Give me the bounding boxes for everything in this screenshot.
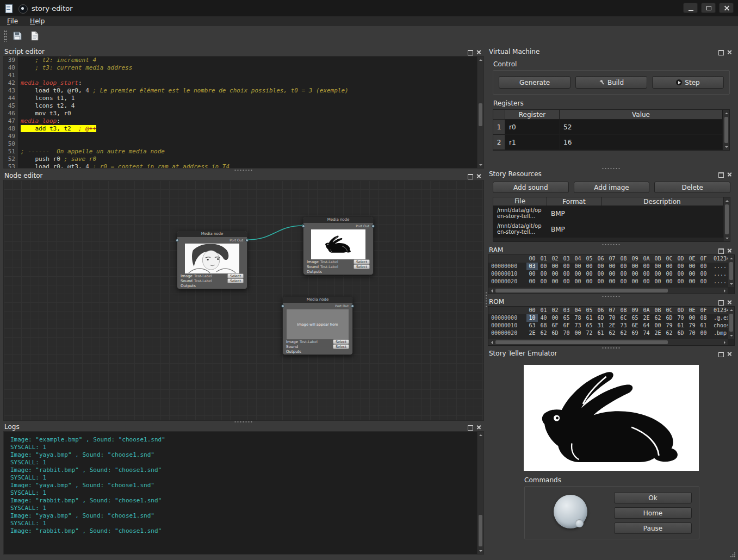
input-port[interactable] (176, 239, 179, 242)
hex-byte[interactable]: 00 (652, 322, 663, 329)
logs-output[interactable]: Image: "example.bmp" , Sound: "choose1.s… (3, 431, 484, 555)
hex-byte[interactable]: 00 (629, 270, 641, 278)
hex-byte[interactable]: 00 (538, 278, 549, 285)
scroll-left-arrow[interactable] (488, 339, 495, 346)
close-panel-icon[interactable] (476, 424, 482, 431)
select-sound-button[interactable]: Select (227, 278, 244, 283)
scroll-up-arrow[interactable] (477, 57, 484, 63)
scroll-down-arrow[interactable] (728, 281, 735, 287)
scroll-up-arrow[interactable] (723, 110, 730, 116)
rotary-knob[interactable] (554, 495, 587, 528)
hex-byte[interactable]: 00 (652, 263, 663, 270)
hex-row[interactable]: 000000001040006578616D706C652E626D700008… (488, 314, 728, 322)
node-title[interactable]: Media node (303, 217, 373, 223)
menu-file[interactable]: File (7, 17, 18, 25)
code-lines[interactable]: 39 ; t2: increment 440 ; t3: current med… (4, 57, 477, 168)
hex-byte[interactable]: 61 (595, 329, 606, 337)
hex-byte[interactable]: 00 (675, 270, 686, 278)
toolbar-drag-handle[interactable] (4, 30, 7, 42)
scroll-up-arrow[interactable] (728, 255, 735, 262)
hex-byte[interactable]: 00 (698, 278, 709, 285)
hex-byte[interactable]: 00 (549, 270, 561, 278)
hex-byte[interactable]: 00 (629, 278, 641, 285)
float-panel-icon[interactable] (467, 424, 474, 431)
logs-vertical-scrollbar[interactable] (477, 432, 483, 554)
scroll-down-arrow[interactable] (724, 235, 730, 241)
hex-byte[interactable]: 00 (675, 278, 686, 285)
hex-byte[interactable]: 2E (652, 329, 663, 337)
file-column-header[interactable]: File (493, 197, 547, 206)
hex-byte[interactable]: 78 (572, 314, 584, 322)
hex-byte[interactable]: 00 (538, 270, 549, 278)
column-splitter[interactable] (484, 46, 488, 556)
hex-byte[interactable]: 00 (561, 263, 572, 270)
hex-byte[interactable]: 00 (549, 314, 561, 322)
hex-byte[interactable]: 62 (663, 329, 675, 337)
hex-byte[interactable]: 69 (629, 329, 641, 337)
select-sound-button[interactable]: Select (354, 264, 370, 269)
splitter-handle[interactable] (488, 294, 735, 298)
hex-byte[interactable]: 00 (584, 270, 595, 278)
format-column-header[interactable]: Format (547, 197, 601, 206)
hex-byte[interactable]: 6D (675, 329, 686, 337)
float-panel-icon[interactable] (718, 247, 724, 254)
node-title[interactable]: Media node (283, 297, 352, 303)
scrollbar-thumb[interactable] (479, 103, 482, 126)
register-row[interactable]: 2r116 (493, 135, 729, 150)
hex-byte[interactable]: 00 (652, 278, 663, 285)
hex-byte[interactable]: 00 (686, 263, 698, 270)
scroll-down-arrow[interactable] (728, 332, 735, 339)
hex-byte[interactable]: 61 (698, 322, 709, 329)
hex-byte[interactable]: 00 (652, 270, 663, 278)
hex-byte[interactable]: 00 (686, 270, 698, 278)
hex-byte[interactable]: 62 (538, 329, 549, 337)
hex-byte[interactable]: 00 (618, 278, 629, 285)
hex-byte[interactable]: 00 (595, 278, 606, 285)
hex-byte[interactable]: 62 (652, 314, 663, 322)
node-title[interactable]: Media node (177, 231, 247, 237)
hex-byte[interactable]: 08 (698, 314, 709, 322)
resource-row[interactable]: /mnt/data/git/open-story-tell…BMP (493, 206, 730, 222)
ram-vertical-scrollbar[interactable] (728, 255, 734, 287)
hex-byte[interactable]: 00 (663, 278, 675, 285)
hex-byte[interactable]: 62 (606, 329, 618, 337)
float-panel-icon[interactable] (718, 49, 724, 55)
resources-scrollbar[interactable] (723, 197, 730, 241)
register-column-header[interactable]: Register (505, 110, 560, 120)
description-column-header[interactable]: Description (601, 197, 723, 206)
hex-byte[interactable]: 00 (686, 314, 698, 322)
hex-byte[interactable]: 6D (549, 329, 561, 337)
output-port[interactable] (371, 225, 375, 228)
hex-byte[interactable]: 00 (629, 263, 641, 270)
rom-hex-viewer[interactable]: 000102030405060708090A0B0C0D0E0F01234567… (488, 306, 735, 346)
minimize-button[interactable] (683, 3, 698, 13)
hex-byte[interactable]: 31 (595, 322, 606, 329)
float-panel-icon[interactable] (718, 351, 724, 357)
save-icon[interactable] (11, 30, 24, 42)
hex-byte[interactable]: 00 (549, 263, 561, 270)
float-panel-icon[interactable] (467, 49, 474, 55)
script-code-editor[interactable]: 39 ; t2: increment 440 ; t3: current med… (3, 56, 484, 169)
ok-button[interactable]: Ok (614, 492, 692, 503)
rom-vertical-scrollbar[interactable] (728, 307, 734, 339)
hex-byte[interactable]: 00 (572, 278, 584, 285)
hex-byte[interactable]: 79 (663, 322, 675, 329)
hex-byte[interactable]: 65 (629, 314, 641, 322)
close-panel-icon[interactable] (727, 299, 733, 306)
hex-byte[interactable]: 00 (561, 270, 572, 278)
hex-byte[interactable]: 70 (675, 314, 686, 322)
scrollbar-thumb[interactable] (479, 515, 482, 546)
hex-byte[interactable]: 00 (595, 270, 606, 278)
rom-horizontal-scrollbar[interactable] (488, 339, 728, 345)
select-sound-button[interactable]: Select (333, 344, 349, 349)
hex-byte[interactable]: 00 (561, 278, 572, 285)
select-image-button[interactable]: Select (227, 273, 244, 278)
hex-byte[interactable]: 00 (549, 278, 561, 285)
hex-byte[interactable]: 00 (584, 278, 595, 285)
resource-row[interactable]: /mnt/data/git/open-story-tell…BMP (493, 222, 730, 238)
output-port[interactable] (245, 239, 249, 242)
select-image-button[interactable]: Select (354, 259, 370, 264)
register-row[interactable]: 1r052 (493, 120, 729, 135)
scroll-down-arrow[interactable] (477, 161, 484, 168)
registers-scrollbar[interactable] (723, 110, 729, 150)
